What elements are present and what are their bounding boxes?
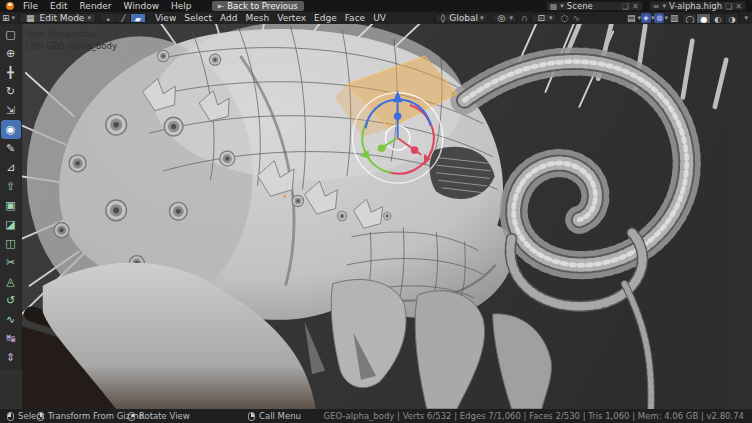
active-object-text: (20) GEO-alpha_body: [26, 40, 117, 52]
menu-select[interactable]: Select: [180, 12, 216, 24]
new-layer-icon[interactable]: ❏: [725, 2, 732, 11]
solid-shading-button[interactable]: ●: [697, 14, 711, 24]
back-to-previous-button[interactable]: ⇤ Back to Previous: [212, 1, 304, 11]
menu-edit[interactable]: Edit: [44, 0, 73, 12]
view-layer-icon: ≡: [653, 2, 660, 11]
viewport-canvas: [0, 24, 752, 409]
wireframe-shading-button[interactable]: ◯: [683, 14, 697, 24]
chevron-down-icon: ▾: [560, 2, 564, 10]
select-mode-group: ∙ ╱ ▰: [100, 13, 147, 23]
menu-view[interactable]: View: [151, 12, 180, 24]
tool-move[interactable]: ╋: [1, 63, 21, 82]
tool-rotate[interactable]: ↻: [1, 82, 21, 101]
back-icon: ⇤: [218, 2, 225, 11]
show-gizmo-toggle[interactable]: ◈: [641, 13, 651, 23]
rendered-shading-button[interactable]: ◑: [725, 14, 739, 24]
back-label: Back to Previous: [227, 1, 298, 11]
snap-target-icon: ⊡: [535, 13, 547, 23]
chevron-down-icon: ▾: [744, 14, 748, 22]
menu-window[interactable]: Window: [118, 0, 166, 12]
viewport-info-overlay: User Perspective (20) GEO-alpha_body: [26, 28, 117, 52]
view-layer-name: V-alpha.high: [669, 1, 722, 11]
mouse-drag-icon: [37, 412, 44, 421]
hint-call-menu: Call Menu: [248, 409, 301, 423]
tool-poly-build[interactable]: ◬: [1, 272, 21, 291]
menu-uv[interactable]: UV: [369, 12, 390, 24]
tool-transform[interactable]: ◉: [1, 120, 21, 139]
menu-render[interactable]: Render: [74, 0, 118, 12]
topbar: File Edit Render Window Help ⇤ Back to P…: [0, 0, 752, 12]
chevron-down-icon: ▾: [12, 14, 16, 22]
tool-scale[interactable]: ⇲: [1, 101, 21, 120]
tool-extrude-region[interactable]: ⇧: [1, 177, 21, 196]
tool-cursor[interactable]: ⊕: [1, 44, 21, 63]
tool-measure[interactable]: ⊿: [1, 158, 21, 177]
menu-add[interactable]: Add: [216, 12, 241, 24]
mouse-middle-icon: [128, 412, 135, 421]
tool-edge-slide[interactable]: ↹: [1, 329, 21, 348]
chevron-down-icon: ▾: [87, 14, 91, 22]
edge-select-mode-button[interactable]: ╱: [116, 14, 131, 23]
overlays-toggle[interactable]: ◍: [654, 13, 664, 23]
editor-type-icon[interactable]: ⊞: [0, 13, 12, 23]
shading-mode-group: ◯ ● ◐ ◑: [682, 13, 740, 24]
mouse-left-icon: [7, 412, 14, 421]
view-layer-selector[interactable]: ≡ ▾ V-alpha.high ❏ ✕: [649, 1, 746, 11]
material-shading-button[interactable]: ◐: [711, 14, 725, 24]
tool-knife[interactable]: ✂: [1, 253, 21, 272]
orientation-dropdown[interactable]: ◊ Global ▾: [435, 13, 488, 23]
scene-icon: ▦: [550, 2, 558, 11]
tool-smooth[interactable]: ∿: [1, 310, 21, 329]
face-select-mode-button[interactable]: ▰: [131, 14, 146, 23]
scene-name: Scene: [567, 1, 619, 11]
new-scene-icon[interactable]: ❏: [622, 2, 629, 11]
visibility-dropdown-icon[interactable]: ▤: [625, 13, 638, 23]
tool-select-box[interactable]: ▢: [1, 25, 21, 44]
pivot-icon: ◎: [496, 13, 508, 23]
tool-inset-faces[interactable]: ▣: [1, 196, 21, 215]
chevron-down-icon: ▾: [662, 2, 666, 10]
proportional-editing-icon[interactable]: ◌: [559, 13, 571, 23]
menu-help[interactable]: Help: [165, 0, 198, 12]
tool-shelf: ▢ ⊕ ╋ ↻ ⇲ ◉ ✎ ⊿ ⇧ ▣ ◪ ◫ ✂ ◬ ↺ ∿ ↹ ⇕: [0, 24, 22, 370]
falloff-icon[interactable]: ∿: [570, 13, 582, 23]
mode-dropdown[interactable]: ▦ Edit Mode ▾: [19, 13, 96, 23]
tool-loop-cut[interactable]: ◫: [1, 234, 21, 253]
hint-label: Call Menu: [259, 411, 301, 421]
blender-window: File Edit Render Window Help ⇤ Back to P…: [0, 0, 752, 423]
tool-shrink-fatten[interactable]: ⇕: [1, 348, 21, 367]
tool-annotate[interactable]: ✎: [1, 139, 21, 158]
snap-target-dropdown[interactable]: ⊡ ▾: [531, 13, 556, 23]
tool-spin[interactable]: ↺: [1, 291, 21, 310]
chevron-down-icon: ▾: [480, 14, 484, 22]
orientation-icon: ◊: [439, 13, 447, 23]
chevron-down-icon: ▾: [549, 14, 553, 22]
hint-label: Rotate View: [139, 411, 190, 421]
pivot-point-dropdown[interactable]: ◎ ▾: [492, 13, 517, 23]
status-bar: Select Transform From Gizmo Rotate View …: [0, 409, 752, 423]
mouse-right-icon: [248, 412, 255, 421]
xray-toggle[interactable]: ▥: [668, 13, 681, 23]
menu-vertex[interactable]: Vertex: [273, 12, 310, 24]
menu-file[interactable]: File: [17, 0, 44, 12]
scene-statistics: GEO-alpha_body | Verts 6/532 | Edges 7/1…: [324, 409, 744, 423]
orientation-label: Global: [449, 13, 478, 23]
edit-mode-icon: ▦: [24, 13, 37, 23]
mode-label: Edit Mode: [40, 13, 85, 23]
hint-rotate-view: Rotate View: [128, 409, 190, 423]
remove-layer-icon[interactable]: ✕: [735, 2, 742, 11]
menu-face[interactable]: Face: [341, 12, 369, 24]
viewport-display-group: ▤ ▾ ◈ ▾ ◍ ▾ ▥ ◯ ● ◐ ◑ ▾: [625, 13, 752, 24]
menu-mesh[interactable]: Mesh: [241, 12, 273, 24]
snap-magnet-icon[interactable]: ∩: [519, 13, 530, 23]
vertex-select-mode-button[interactable]: ∙: [101, 14, 116, 23]
unlink-scene-icon[interactable]: ✕: [632, 2, 639, 11]
menu-edge[interactable]: Edge: [310, 12, 341, 24]
chevron-down-icon: ▾: [509, 14, 513, 22]
viewport-3d[interactable]: User Perspective (20) GEO-alpha_body: [0, 24, 752, 409]
transform-settings-group: ◊ Global ▾ ◎ ▾ ∩ ⊡ ▾ ◌ ∿: [433, 13, 582, 23]
viewport-header: ⊞ ▾ ▦ Edit Mode ▾ ∙ ╱ ▰ View Select Add …: [0, 12, 752, 24]
scene-selector[interactable]: ▦ ▾ Scene ❏ ✕: [546, 1, 643, 11]
tool-bevel[interactable]: ◪: [1, 215, 21, 234]
blender-logo-icon[interactable]: [3, 1, 17, 11]
